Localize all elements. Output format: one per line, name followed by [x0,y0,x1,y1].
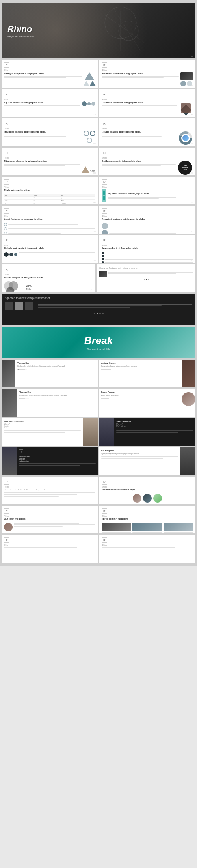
quote-photo-layout: Thomas Rue I had an idea which I believe… [2,389,98,417]
large-photo-area [2,389,17,417]
bottom-lines-2 [102,547,193,548]
ring-2 [90,131,95,136]
slide-title-13: Rounded features in infographic slide. [102,218,193,221]
star [103,369,105,370]
quote-layout: Thomas Rue I had an idea which I believe… [2,360,98,387]
leverage-layout: Kid Morganet Synergistically leverage ex… [99,447,195,475]
star [109,369,111,370]
slide-quote-photo-left: Thomas Rue I had an idea which I believe… [2,389,98,417]
nav-dot [97,313,98,314]
col-photo-1 [102,523,131,531]
slide-bottom-2: R Rhino [99,535,195,563]
star-4 [23,369,25,370]
circle-1 [180,81,186,86]
three-col-photos [102,523,193,533]
who-dark-text [116,430,193,433]
slide-title-6: Rounded shapes in infographic slide. [4,131,82,134]
star [19,398,21,400]
text-line [105,262,193,263]
nav-dot-active [146,279,147,280]
banner-label: Squared features with picture banner [99,267,193,269]
round-feat-1 [102,223,108,229]
slide-brand-8: Rhino [4,157,95,159]
td: 03 [33,202,61,204]
text-line [14,523,79,524]
hero-subtitle: Keynote Presentation [7,35,34,38]
idea-lines [4,492,95,497]
slide-num-5: 005 [191,114,193,116]
stars-rating [17,369,96,370]
row-7: R Rhino Lined features in infographic sl… [2,206,195,234]
avatar-3 [153,494,162,503]
text-line [132,532,162,533]
text-lines-6 [4,135,82,137]
who-layout: Giannella Castanares Who he?CreativePerf… [2,418,98,446]
visionary-title: Who we are?Designvisionaries... [19,455,96,462]
slide-brand-9: Rhino [102,157,193,159]
text-line [102,136,162,137]
feature-icon [4,227,7,230]
slide-hero: Rhino Keynote Presentation 001 [2,3,195,58]
slide-our-team: R Rhino Our team members [2,506,98,533]
avatar-1 [133,494,141,503]
row-2: R Rhino Triangle shapes in infographic s… [2,60,195,88]
nav-dot [94,313,95,314]
slide-lined-features: R Rhino Lined features in infographic sl… [2,206,98,234]
td: Consect [61,202,95,204]
slide-break: Break The section subtitle [2,327,195,358]
slide-num-14: 014 [93,260,96,262]
text-line [14,524,95,525]
slide-who-visionary: R Who we are?Designvisionaries... [2,447,98,475]
slide-brand-27: Rhino [4,486,95,488]
text-line [102,135,177,135]
logo-r: R [20,451,22,453]
feature-col [102,223,108,234]
slide-num-7: 007 [191,143,193,145]
who-dark-layout: Steve Simmons Who he?Won't only seeonce! [99,418,195,446]
col-item-3 [164,523,193,533]
text-line [4,547,77,548]
star [27,398,29,400]
dark-sq-1 [5,302,13,310]
text-line [105,253,193,253]
slide-quote-dark1: Thomas Rue I had an idea which I believe… [2,360,98,387]
slide-num-4: 004 [93,114,96,116]
feature-text [8,228,95,229]
feature-icon [4,232,7,234]
slide-brand-31: Rhino [4,544,95,546]
ring-3 [87,138,92,143]
row-12: Thomas Rue I had an idea which I believe… [2,360,195,387]
col-item-1 [102,523,131,533]
list-item [102,252,193,254]
slide-features-list: R Rhino Features list in infographic sli… [99,235,195,263]
nav-dot [99,313,101,314]
who-dark-name: Steve Simmons [116,420,193,423]
text-line [4,105,80,106]
slide-logo-13: R [102,208,107,214]
slide-brand-2: Rhino [4,69,95,71]
row-11: Break The section subtitle [2,327,195,358]
row-8: R Rhino Bubble features in infographic s… [2,235,195,263]
slide-title-29: Our team members [4,518,95,521]
dark-banner-squares [5,302,192,310]
text-line [4,496,59,497]
slide-logo-16: R [4,267,9,272]
td: 02 [33,199,61,202]
who-role: Who he?CreativePerformer... [4,423,81,429]
slide-brand-12: Rhino [4,215,95,217]
slide-table: R Rhino Table infographic slide. Item Va… [2,177,98,204]
row-13: Thomas Rue I had an idea which I believe… [2,389,195,417]
rounded-person-img [182,389,195,417]
slide-title-16: Round shapes in infographic slide. [4,276,93,279]
author-name: Thomas Rue [19,391,96,393]
who-content: Giannella Castanares Who he?CreativePerf… [2,418,83,446]
quote-body: I had an idea which I believed. Others c… [19,394,96,397]
star [107,398,109,400]
slide-brand-14: Rhino [4,244,95,247]
person-bg [2,360,15,387]
page-wrapper: Rhino Keynote Presentation 001 R Rhino [0,0,197,566]
list-dot [102,258,104,260]
feature-text [8,224,95,225]
text-line [105,256,193,256]
slide-venn: R Rhino Round shapes in infographic slid… [2,264,95,292]
